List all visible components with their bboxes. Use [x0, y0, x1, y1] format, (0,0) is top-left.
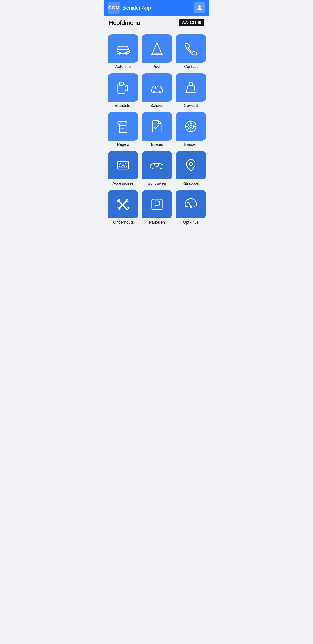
svg-point-27 [119, 164, 122, 167]
grid-item-boetes[interactable]: Boetes [142, 112, 172, 147]
app-header: CCM Berijder App [104, 0, 209, 16]
grid-item-regels[interactable]: Regels [108, 112, 138, 147]
grid-item-pech[interactable]: Pech [142, 34, 172, 69]
tile-pech [142, 34, 172, 63]
handshake-icon [149, 158, 165, 173]
tile-onderhoud [108, 190, 138, 218]
grid-item-accessoires[interactable]: Accessoires [108, 151, 138, 186]
tile-label-schouwen: Schouwen [148, 181, 166, 186]
grid-item-gewicht[interactable]: Gewicht [176, 73, 206, 108]
tile-auto-info [108, 34, 138, 63]
grid-item-optidrive[interactable]: Optidrive [176, 190, 206, 225]
svg-point-21 [190, 125, 192, 128]
tile-label-boetes: Boetes [151, 142, 163, 147]
grid-item-brandstof[interactable]: Brandstof [108, 73, 138, 108]
user-button[interactable] [194, 2, 205, 14]
svg-point-30 [189, 162, 192, 166]
tile-ritrapport [176, 151, 206, 180]
tile-label-brandstof: Brandstof [115, 103, 131, 108]
tile-banden [176, 112, 206, 140]
app-logo: CCM [108, 2, 120, 14]
tile-label-auto-info: Auto info [115, 64, 131, 69]
tile-label-accessoires: Accessoires [112, 181, 133, 186]
grid-item-contact[interactable]: Contact [176, 34, 206, 69]
tile-schade [142, 73, 172, 102]
subheader: Hoofdmenu AA-123-B [104, 16, 209, 30]
tile-boetes [142, 112, 172, 140]
header-left: CCM Berijder App [108, 2, 151, 14]
cone-icon [149, 41, 165, 56]
svg-line-39 [188, 202, 188, 203]
damage-icon [149, 80, 165, 95]
license-plate-badge: AA-123-B [179, 19, 204, 26]
svg-line-40 [193, 202, 194, 203]
tile-label-pech: Pech [152, 64, 161, 69]
grid-item-ritrapport[interactable]: Ritrapport [176, 151, 206, 186]
grid-item-schade[interactable]: Schade [142, 73, 172, 108]
app-title: Berijder App [123, 5, 151, 11]
svg-rect-8 [119, 82, 124, 85]
grid-item-schouwen[interactable]: Schouwen [142, 151, 172, 186]
grid-item-parkeren[interactable]: Parkeren [142, 190, 172, 225]
location-icon [183, 158, 198, 173]
tile-label-ritrapport: Ritrapport [182, 181, 199, 186]
tile-label-gewicht: Gewicht [184, 103, 198, 108]
tile-parkeren [142, 190, 172, 218]
svg-point-20 [188, 124, 194, 129]
weight-icon [183, 80, 198, 95]
parking-icon [149, 197, 165, 212]
cassette-icon [115, 158, 131, 173]
tile-accessoires [108, 151, 138, 180]
tile-schouwen [142, 151, 172, 180]
svg-marker-3 [152, 43, 162, 54]
maintenance-icon [115, 197, 131, 212]
speedometer-icon [183, 197, 198, 212]
logo-text: CCM [108, 5, 120, 11]
svg-point-28 [124, 164, 127, 167]
main-menu-title: Hoofdmenu [109, 19, 140, 26]
grid-item-onderhoud[interactable]: Onderhoud [108, 190, 138, 225]
svg-line-31 [119, 200, 127, 208]
grid-item-auto-info[interactable]: Auto info [108, 34, 138, 69]
document-edit-icon [149, 119, 165, 134]
tile-regels [108, 112, 138, 140]
tile-label-onderhoud: Onderhoud [113, 220, 133, 225]
tile-gewicht [176, 73, 206, 102]
tile-brandstof [108, 73, 138, 102]
fuel-icon [115, 80, 131, 95]
tile-label-banden: Banden [184, 142, 198, 147]
scroll-icon [115, 119, 131, 134]
phone-icon [183, 41, 198, 56]
grid-item-banden[interactable]: Banden [176, 112, 206, 147]
tile-label-parkeren: Parkeren [149, 220, 165, 225]
tile-contact [176, 34, 206, 63]
tire-icon [183, 119, 198, 134]
main-grid: Auto info Pech Contact [104, 30, 209, 229]
person-icon [197, 5, 203, 11]
tile-label-regels: Regels [117, 142, 129, 147]
tile-label-contact: Contact [184, 64, 198, 69]
tile-optidrive [176, 190, 206, 218]
tile-label-schade: Schade [150, 103, 163, 108]
tile-label-optidrive: Optidrive [183, 220, 199, 225]
svg-rect-10 [151, 89, 163, 92]
car-icon [115, 41, 131, 56]
